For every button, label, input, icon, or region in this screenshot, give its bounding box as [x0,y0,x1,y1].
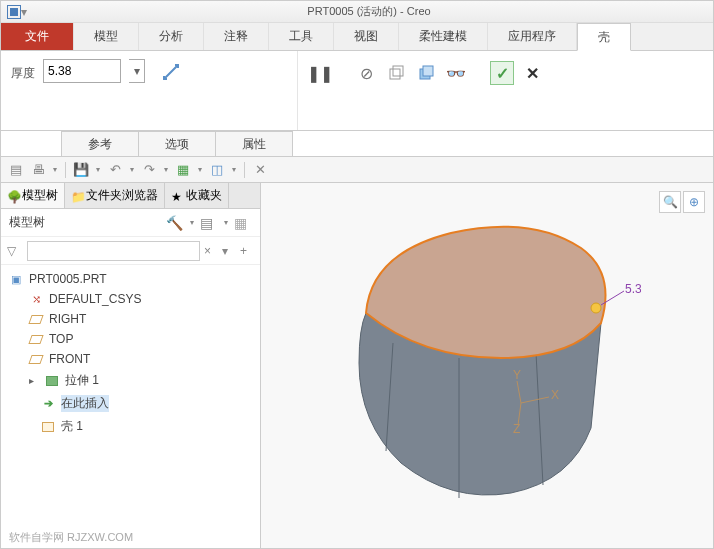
tab-shell[interactable]: 壳 [577,23,631,51]
tree-item-extrude[interactable]: ▸ 拉伸 1 [1,369,260,392]
close-icon[interactable]: ✕ [251,161,269,179]
subtab-refs[interactable]: 参考 [61,131,139,156]
thickness-group: 厚度 ▾ [1,51,297,130]
tree-item-plane[interactable]: TOP [1,329,260,349]
dd-icon[interactable]: ▾ [162,161,170,179]
go-icon[interactable]: ▾ [222,244,236,258]
disable-icon[interactable]: ⊘ [354,61,378,85]
undo-icon[interactable]: ↶ [106,161,124,179]
filter-input[interactable] [27,241,200,261]
svg-text:Z: Z [513,422,520,436]
svg-text:Y: Y [513,368,521,382]
part-icon: ▣ [9,272,23,286]
shell-icon [41,420,55,434]
svg-rect-3 [423,66,433,76]
tab-apps[interactable]: 应用程序 [488,23,577,50]
tab-tools[interactable]: 工具 [269,23,334,50]
dd-icon[interactable]: ▾ [94,161,102,179]
main-area: 🌳模型树 📁文件夹浏览器 ★收藏夹 模型树 🔨▾ ▤▾ ▦ ▽ × ▾ + ▣ … [1,183,713,548]
tree-root[interactable]: ▣ PRT0005.PRT [1,269,260,289]
sidebar-tab-file-browser[interactable]: 📁文件夹浏览器 [65,183,165,208]
svg-rect-1 [393,66,403,76]
tree-label: 壳 1 [61,418,83,435]
viewport-tools: 🔍 ⊕ [659,191,705,213]
sidebar-tab-favorites[interactable]: ★收藏夹 [165,183,229,208]
display-icon[interactable]: ▦ [234,215,252,231]
cancel-button[interactable]: ✕ [520,61,544,85]
sidebar-header: 模型树 🔨▾ ▤▾ ▦ [1,209,260,237]
thickness-input[interactable] [43,59,121,83]
tree-item-plane[interactable]: RIGHT [1,309,260,329]
tab-file[interactable]: 文件 [1,23,74,50]
tree-item-shell[interactable]: 壳 1 [1,415,260,438]
clear-icon[interactable]: × [204,244,218,258]
footer-watermark: 软件自学网 RJZXW.COM [1,526,141,548]
glasses-icon[interactable]: 👓 [444,61,468,85]
dd-icon[interactable]: ▾ [51,161,59,179]
tree-label: DEFAULT_CSYS [49,292,141,306]
hammer-icon[interactable]: 🔨 [166,215,184,231]
windows-icon[interactable]: ◫ [208,161,226,179]
sidebar-tab-label: 模型树 [22,187,58,204]
plane-icon [29,312,43,326]
subtab-props[interactable]: 属性 [215,131,293,156]
folder-icon: 📁 [71,190,83,202]
star-icon: ★ [171,190,183,202]
sidebar-tab-label: 收藏夹 [186,187,222,204]
tree-label: PRT0005.PRT [29,272,107,286]
wireframe-icon[interactable] [384,61,408,85]
dd-icon[interactable]: ▾ [230,161,238,179]
filter-row: ▽ × ▾ + [1,237,260,265]
sidebar-tabs: 🌳模型树 📁文件夹浏览器 ★收藏夹 [1,183,260,209]
expand-icon[interactable]: ▸ [29,375,39,386]
tab-view[interactable]: 视图 [334,23,399,50]
plane-icon [29,352,43,366]
pause-icon[interactable]: ❚❚ [308,61,332,85]
dd-icon[interactable]: ▾ [196,161,204,179]
save-icon[interactable]: 💾 [72,161,90,179]
shell-subtabs: 参考 选项 属性 [1,131,292,157]
tab-analysis[interactable]: 分析 [139,23,204,50]
plane-icon [29,332,43,346]
tree-item-plane[interactable]: FRONT [1,349,260,369]
tree-icon: 🌳 [7,190,19,202]
tab-model[interactable]: 模型 [74,23,139,50]
thickness-annotation: 5.38 0_THICK [625,282,641,296]
tree-item-csys[interactable]: ⤭ DEFAULT_CSYS [1,289,260,309]
redo-icon[interactable]: ↷ [140,161,158,179]
tab-flex[interactable]: 柔性建模 [399,23,488,50]
viewport-3d[interactable]: 🔍 ⊕ 5.38 0_THICK X Y Z [261,183,713,548]
doc-icon[interactable]: ▤ [7,161,25,179]
dd-icon[interactable]: ▾ [128,161,136,179]
window-title: PRT0005 (活动的) - Creo [31,4,707,19]
thickness-dropdown-icon[interactable]: ▾ [129,59,145,83]
svg-rect-0 [390,69,400,79]
tree-label: TOP [49,332,73,346]
flip-direction-icon[interactable] [161,62,181,82]
model-render: 5.38 0_THICK X Y Z [321,193,641,513]
add-icon[interactable]: + [240,244,254,258]
tab-annotate[interactable]: 注释 [204,23,269,50]
sidebar: 🌳模型树 📁文件夹浏览器 ★收藏夹 模型树 🔨▾ ▤▾ ▦ ▽ × ▾ + ▣ … [1,183,261,548]
svg-point-7 [591,303,601,313]
sidebar-title: 模型树 [9,214,160,231]
subtab-options[interactable]: 选项 [138,131,216,156]
svg-text:X: X [551,388,559,402]
shaded-box-icon[interactable] [414,61,438,85]
zoom-fit-icon[interactable]: 🔍 [659,191,681,213]
csys-icon: ⤭ [29,292,43,306]
filter-icon[interactable]: ▽ [7,244,23,258]
sidebar-tab-model-tree[interactable]: 🌳模型树 [1,183,65,208]
zoom-in-icon[interactable]: ⊕ [683,191,705,213]
insert-arrow-icon: ➔ [41,397,55,411]
tree-item-insert-here[interactable]: ➔ 在此插入 [1,392,260,415]
print-icon[interactable]: 🖶 [29,161,47,179]
quick-access-toolbar: ▤ 🖶▾ 💾▾ ↶▾ ↷▾ ▦▾ ◫▾ ✕ [1,157,713,183]
app-menu-dropdown-icon[interactable]: ▾ [21,5,31,19]
ribbon-tabs: 文件 模型 分析 注释 工具 视图 柔性建模 应用程序 壳 [1,23,713,51]
ok-button[interactable]: ✓ [490,61,514,85]
tree-label: FRONT [49,352,90,366]
settings-icon[interactable]: ▤ [200,215,218,231]
regen-icon[interactable]: ▦ [174,161,192,179]
sidebar-tab-label: 文件夹浏览器 [86,187,158,204]
